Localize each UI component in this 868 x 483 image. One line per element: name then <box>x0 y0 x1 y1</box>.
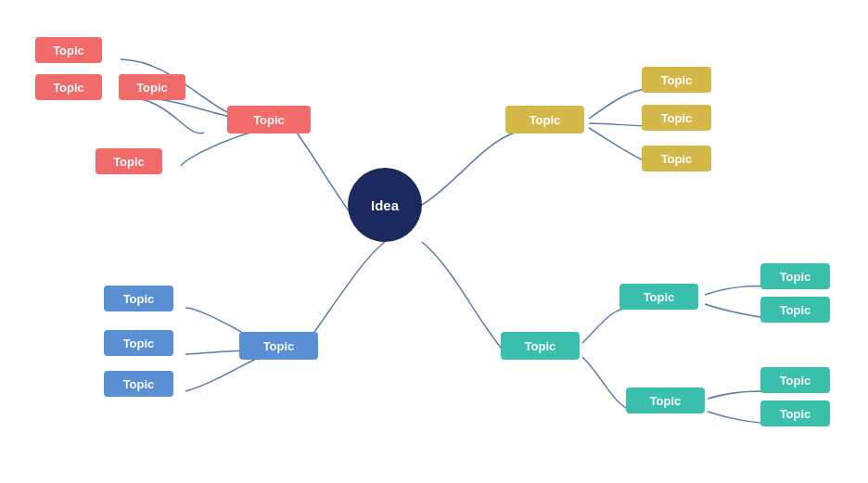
top-right-mid-node[interactable]: Topic <box>505 106 584 133</box>
bottom-right-sub2[interactable]: Topic <box>626 388 705 413</box>
top-left-leaf-4[interactable]: Topic <box>96 148 162 174</box>
mind-map: Idea Topic Topic Topic Topic Topic Topic… <box>0 0 868 483</box>
bottom-left-mid-node[interactable]: Topic <box>239 332 318 360</box>
center-node[interactable]: Idea <box>348 168 422 242</box>
node-label: Topic <box>780 407 811 421</box>
bottom-left-leaf-1[interactable]: Topic <box>104 286 173 311</box>
node-label: Topic <box>136 81 168 95</box>
node-label: Topic <box>123 337 155 350</box>
top-left-leaf-2[interactable]: Topic <box>35 74 102 100</box>
top-left-mid-node[interactable]: Topic <box>227 106 311 133</box>
node-label: Topic <box>253 113 285 127</box>
center-label: Idea <box>371 197 399 213</box>
bottom-right-sub1[interactable]: Topic <box>619 284 698 310</box>
node-label: Topic <box>780 270 811 284</box>
node-label: Topic <box>53 44 84 57</box>
node-label: Topic <box>661 73 693 87</box>
top-left-leaf-3[interactable]: Topic <box>119 74 185 100</box>
node-label: Topic <box>780 374 811 388</box>
bottom-left-leaf-2[interactable]: Topic <box>104 330 173 356</box>
node-label: Topic <box>123 292 155 306</box>
bottom-right-sub2-leaf2[interactable]: Topic <box>760 400 830 426</box>
node-label: Topic <box>525 339 556 353</box>
node-label: Topic <box>53 81 84 95</box>
bottom-right-sub2-leaf1[interactable]: Topic <box>760 367 830 393</box>
top-left-leaf-1[interactable]: Topic <box>35 37 102 63</box>
node-label: Topic <box>661 152 693 166</box>
node-label: Topic <box>530 113 561 127</box>
node-label: Topic <box>780 303 811 317</box>
bottom-left-leaf-3[interactable]: Topic <box>104 371 173 397</box>
node-label: Topic <box>661 111 693 125</box>
node-label: Topic <box>650 394 682 408</box>
bottom-right-sub1-leaf1[interactable]: Topic <box>760 263 830 289</box>
connections-svg <box>0 0 868 483</box>
bottom-right-sub1-leaf2[interactable]: Topic <box>760 297 830 323</box>
top-right-leaf-1[interactable]: Topic <box>642 67 711 93</box>
top-right-leaf-3[interactable]: Topic <box>642 146 711 172</box>
node-label: Topic <box>263 339 295 353</box>
top-right-leaf-2[interactable]: Topic <box>642 105 711 131</box>
node-label: Topic <box>123 377 155 391</box>
bottom-right-mid-node[interactable]: Topic <box>501 332 580 360</box>
node-label: Topic <box>113 155 145 169</box>
node-label: Topic <box>644 290 675 304</box>
